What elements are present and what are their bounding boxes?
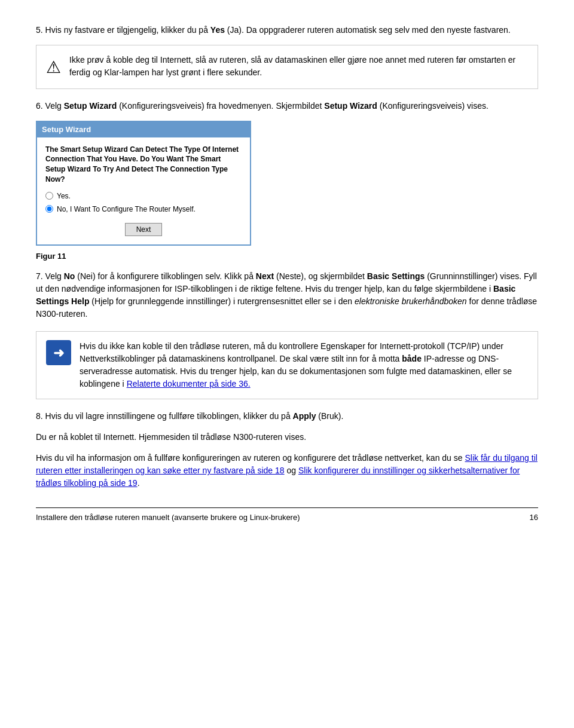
radio-yes-label: Yes.	[57, 191, 71, 201]
footer-bar: Installere den trådløse ruteren manuelt …	[36, 507, 538, 524]
step7-italic1: elektroniske brukerhåndboken	[355, 296, 467, 306]
warning-icon: ⚠	[46, 55, 61, 80]
radio-no-label: No, I Want To Configure The Router Mysel…	[57, 204, 196, 215]
step6-paragraph: 6. Velg Setup Wizard (Konfigureringsveiv…	[36, 100, 538, 112]
step7-bold2: Next	[256, 271, 274, 281]
step7-bold1: No	[64, 271, 75, 281]
step7-number: 7.	[36, 271, 43, 281]
footer-left: Installere den trådløse ruteren manuelt …	[36, 512, 300, 524]
warning-text: Ikke prøv å koble deg til Internett, slå…	[69, 54, 528, 79]
setup-wizard-title-bar: Setup Wizard	[37, 122, 250, 137]
step6-paren: (Konfigureringsveiveis) fra hovedmenyen.…	[117, 101, 324, 111]
step7-paragraph: 7. Velg No (Nei) for å konfigurere tilko…	[36, 270, 538, 320]
info-arrow-icon: ➜	[46, 340, 71, 365]
setup-wizard-body: The Smart Setup Wizard Can Detect The Ty…	[37, 137, 250, 244]
step8-text2: (Bruk).	[316, 411, 343, 421]
step7-text3: (Neste), og skjermbildet	[274, 271, 367, 281]
setup-wizard-body-text: The Smart Setup Wizard Can Detect The Ty…	[45, 145, 242, 185]
step7-bold3: Basic Settings	[367, 271, 425, 281]
last-paragraph: Hvis du vil ha informasjon om å fullføre…	[36, 452, 538, 490]
step5-text1: Hvis ny fastvare er tilgjengelig, klikke…	[45, 25, 210, 35]
step7-text5: (Hjelp for grunnleggende innstillinger) …	[89, 296, 355, 306]
step8-paragraph: 8. Hvis du vil lagre innstillingene og f…	[36, 410, 538, 423]
step7-text2: (Nei) for å konfigurere tilkoblingen sel…	[75, 271, 255, 281]
radio-no[interactable]	[45, 205, 53, 213]
step6-intro: Velg	[45, 101, 64, 111]
info-bold1: både	[402, 354, 422, 363]
step8-number: 8.	[36, 411, 43, 421]
step6-bold2: Setup Wizard	[324, 101, 377, 111]
step5-paren1: (Ja).	[225, 25, 244, 35]
radio-yes[interactable]	[45, 192, 53, 200]
last-text3: .	[138, 478, 140, 488]
step5-text2: Da oppgraderer ruteren automatisk seg se…	[244, 25, 511, 35]
next-button[interactable]: Next	[125, 223, 163, 236]
info-link1[interactable]: Relaterte dokumenter på side 36.	[127, 379, 251, 389]
radio-option-no[interactable]: No, I Want To Configure The Router Mysel…	[45, 204, 242, 215]
setup-wizard-title: Setup Wizard	[42, 125, 91, 134]
radio-option-yes[interactable]: Yes.	[45, 191, 242, 201]
warning-box: ⚠ Ikke prøv å koble deg til Internett, s…	[36, 45, 538, 89]
last-text1: Hvis du vil ha informasjon om å fullføre…	[36, 453, 465, 463]
after-step8-paragraph: Du er nå koblet til Internett. Hjemmesid…	[36, 431, 538, 443]
step6-number: 6.	[36, 101, 43, 111]
footer-right: 16	[530, 512, 538, 524]
step8-text1: Hvis du vil lagre innstillingene og full…	[43, 411, 293, 421]
info-text: Hvis du ikke kan koble til den trådløse …	[80, 340, 528, 390]
step8-bold1: Apply	[293, 411, 316, 421]
figure-label: Figur 11	[36, 250, 538, 262]
info-box: ➜ Hvis du ikke kan koble til den trådløs…	[36, 331, 538, 399]
step5-bold1: Yes	[210, 25, 225, 35]
setup-wizard-frame: Setup Wizard The Smart Setup Wizard Can …	[36, 121, 251, 246]
step7-text1: Velg	[43, 271, 64, 281]
step6-rest: (Konfigureringsveiveis) vises.	[377, 101, 488, 111]
step5-paragraph: 5. Hvis ny fastvare er tilgjengelig, kli…	[36, 24, 538, 36]
step6-bold1: Setup Wizard	[64, 101, 117, 111]
last-text2: og	[285, 466, 298, 475]
step5-number: 5.	[36, 25, 43, 35]
